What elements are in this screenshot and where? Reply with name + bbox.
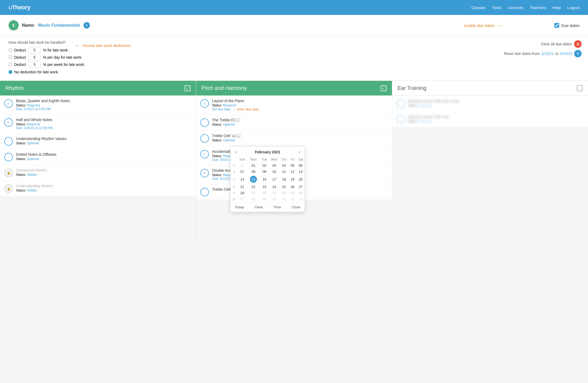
clear-dates-label: Clear all due dates	[541, 42, 572, 46]
main-nav: Classes Tests Licenses Teachers Help Log…	[471, 5, 579, 10]
lesson-item: The Treble Cl… Status: Optional	[198, 115, 390, 130]
annotation-choose-deduction: ← choose late work deduction	[75, 42, 131, 49]
lesson-item: ✓ Half and Whole Notes Status: Required …	[2, 114, 194, 133]
lesson-title: Understanding Meters	[16, 184, 192, 188]
lesson-item: 🔒 Compound Meters Status: Hidden	[2, 165, 194, 181]
nav-logout[interactable]: Logout	[567, 5, 579, 10]
lesson-circle-checked: ✓	[200, 150, 209, 158]
right-settings: Clear all due dates 🗑 Reset due dates fr…	[504, 40, 582, 57]
annotation-enter-due-date: ← enter due date	[232, 107, 259, 111]
lesson-circle-hidden: 🔒	[4, 169, 13, 177]
lesson-circle-checked: ✓	[200, 169, 209, 177]
rhythm-column-header: Rhythm ✓	[0, 81, 196, 95]
app-header: uTheory Classes Tests Licenses Teachers …	[0, 0, 588, 15]
lesson-circle-checked: ✓	[4, 99, 13, 108]
lesson-due: Due: 2/19/21 at 5:00 PM	[16, 107, 192, 111]
lock-icon: 🔒	[7, 187, 11, 190]
lesson-title: Understanding Rhythm Values	[16, 137, 192, 141]
ear-training-lessons-list: Blurred Lesson Title One Long Status: Re…	[392, 96, 588, 127]
deduct-input-3[interactable]	[28, 62, 41, 67]
ear-training-column-checkbox[interactable]	[577, 85, 583, 91]
name-label: Name:	[22, 23, 35, 28]
lesson-circle-empty	[4, 153, 13, 161]
deduct-input-2[interactable]	[28, 54, 41, 60]
due-dates-checkbox[interactable]	[554, 23, 559, 28]
no-deduction-option: No deduction for late work.	[9, 70, 579, 74]
pitch-column-checkbox[interactable]: ✓	[381, 85, 387, 91]
deduct-radio-2[interactable]	[9, 55, 12, 59]
set-due-date-link[interactable]: Set due date	[212, 107, 230, 111]
deduct-input-1[interactable]	[28, 47, 41, 53]
nav-licenses[interactable]: Licenses	[508, 5, 523, 10]
today-date: 15	[250, 176, 257, 183]
lesson-item: ✓ Accidentals: S… Status: Required Due: …	[198, 146, 390, 165]
class-dropdown-button[interactable]: ▾	[84, 22, 90, 29]
nav-help[interactable]: Help	[553, 5, 561, 10]
trash-icon: 🗑	[576, 42, 580, 46]
lesson-title: Dotted Notes & Offbeats	[16, 152, 192, 157]
lesson-title: Beats, Quarter and Eighth Notes	[16, 99, 192, 103]
rhythm-column-title: Rhythm	[5, 85, 24, 91]
checkmark-icon: ✓	[186, 86, 189, 90]
deduct-radio-1[interactable]	[9, 48, 12, 52]
check-icon: ✓	[203, 101, 206, 106]
chevron-down-icon: ▾	[86, 23, 88, 27]
calendar-clear-button[interactable]: Clear	[253, 205, 264, 210]
lesson-item: Understanding Rhythm Values Status: Opti…	[2, 133, 194, 149]
nav-teachers[interactable]: Teachers	[530, 5, 546, 10]
lesson-due: Due: 2/26/21 at 11:59 PM	[16, 126, 192, 130]
top-bar-right: Due dates	[554, 23, 579, 28]
lesson-circle-empty	[396, 115, 405, 124]
calendar-time-button[interactable]: Time	[272, 205, 282, 210]
lesson-title: Layout of the Piano	[212, 99, 388, 103]
ear-training-column-title: Ear Training	[398, 85, 426, 91]
lesson-circle-empty	[200, 118, 209, 127]
lesson-circle-checked: ✓	[4, 118, 13, 127]
nav-classes[interactable]: Classes	[471, 5, 486, 10]
pitch-column: Pitch and Harmony ✓ ✓ Layout of the Pian…	[196, 81, 392, 241]
reset-dates-button[interactable]: ↻	[574, 50, 582, 57]
check-icon: ✓	[7, 120, 10, 125]
ear-training-column: Ear Training Blurred Lesson Title One Lo…	[392, 81, 588, 241]
lesson-item: Blurred Lesson Title One Long Status: Re…	[394, 96, 586, 111]
lesson-circle-empty	[396, 99, 405, 108]
lesson-circle-hidden: 🔒	[4, 184, 13, 193]
lesson-circle-empty	[200, 134, 209, 143]
lesson-item: ✓ Layout of the Piano Status: Required S…	[198, 95, 390, 115]
pitch-column-title: Pitch and Harmony	[201, 85, 247, 91]
calendar-month-label: February 2021	[255, 150, 280, 154]
clear-dates-button[interactable]: 🗑	[574, 40, 582, 48]
check-icon: ✓	[7, 101, 10, 106]
calendar-today-button[interactable]: Today	[234, 205, 245, 210]
back-button[interactable]	[9, 20, 19, 30]
calendar-next-button[interactable]: ›	[297, 149, 301, 155]
check-icon: ✓	[203, 171, 206, 175]
lesson-title: Half and Whole Notes	[16, 118, 192, 122]
lesson-item: Blurred Lesson Title Two Status: Require…	[394, 111, 586, 127]
lesson-item: 🔒 Understanding Meters Status: Hidden	[2, 181, 194, 196]
settings-section: How should late work be handled? Deduct …	[0, 36, 588, 81]
deduct-option-2: Deduct % per day for late work.	[9, 54, 579, 60]
due-dates-label: Due dates	[561, 23, 579, 28]
lesson-title: The Treble Cl…	[212, 118, 388, 122]
pitch-column-header: Pitch and Harmony ✓	[196, 81, 392, 95]
lesson-circle-empty	[4, 137, 13, 146]
deduct-option-3: Deduct % per week for late work.	[9, 62, 579, 67]
deduct-radio-3[interactable]	[9, 63, 12, 66]
nav-tests[interactable]: Tests	[492, 5, 501, 10]
lesson-title: Treble Clef: Li…	[212, 134, 388, 138]
checkmark-icon: ✓	[382, 86, 385, 90]
clear-dates-row: Clear all due dates 🗑	[504, 40, 582, 48]
logo: uTheory	[9, 4, 30, 11]
lesson-title: Compound Meters	[16, 168, 192, 172]
chevron-left-icon	[11, 23, 16, 27]
lock-icon: 🔒	[7, 171, 11, 175]
rhythm-column-checkbox[interactable]: ✓	[185, 85, 190, 91]
calendar-close-button[interactable]: Close	[291, 205, 301, 210]
reset-from-date: 2/15/21	[541, 51, 554, 56]
ear-training-column-header: Ear Training	[392, 81, 588, 96]
top-bar: Name: Music Fundamentals ▾ enable due da…	[0, 15, 588, 36]
calendar-prev-button[interactable]: ‹	[234, 149, 238, 155]
date-picker-popup: ‹ February 2021 › Sun Mon Tue Wed	[230, 146, 305, 212]
lesson-item: Treble Clef: Li… Status: Optional	[198, 130, 390, 146]
